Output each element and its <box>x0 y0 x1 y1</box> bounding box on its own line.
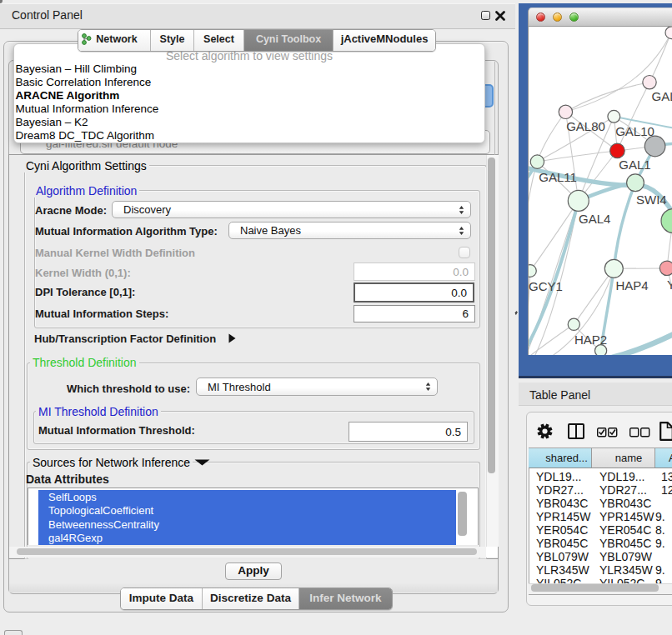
svg-text:GAL7: GAL7 <box>652 89 672 103</box>
svg-text:HAP4: HAP4 <box>615 278 648 292</box>
svg-text:GAL4: GAL4 <box>579 212 610 226</box>
svg-text:HAP2: HAP2 <box>574 332 607 347</box>
svg-text:GAL1: GAL1 <box>619 158 650 172</box>
svg-text:GCY1: GCY1 <box>529 279 563 293</box>
svg-text:GAL80: GAL80 <box>566 119 605 133</box>
svg-text:GAL10: GAL10 <box>615 124 654 138</box>
svg-text:SWI4: SWI4 <box>636 192 667 207</box>
svg-text:Y: Y <box>667 278 672 292</box>
svg-text:GAL11: GAL11 <box>539 170 577 184</box>
